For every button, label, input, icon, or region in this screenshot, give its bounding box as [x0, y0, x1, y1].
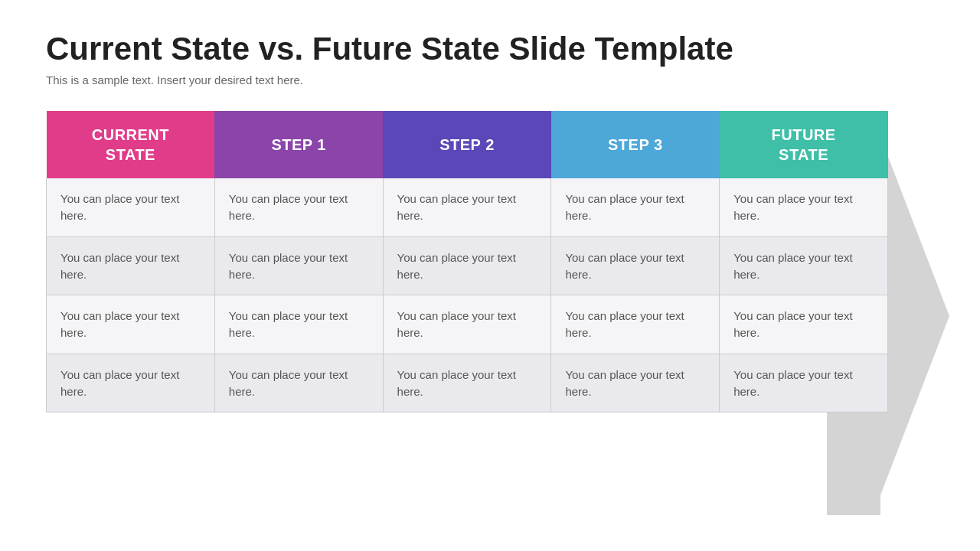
- table-cell-r2-c4: You can place your text here.: [720, 295, 888, 354]
- page-subtitle: This is a sample text. Insert your desir…: [46, 73, 934, 86]
- table-cell-r3-c0: You can place your text here.: [47, 354, 215, 412]
- table-header: CURRENTSTATESTEP 1STEP 2STEP 3FUTURESTAT…: [47, 111, 888, 178]
- table-row: You can place your text here.You can pla…: [47, 295, 888, 354]
- main-table: CURRENTSTATESTEP 1STEP 2STEP 3FUTURESTAT…: [46, 111, 888, 412]
- table-cell-r2-c2: You can place your text here.: [383, 295, 551, 354]
- table-cell-r1-c0: You can place your text here.: [47, 236, 215, 295]
- table-cell-r3-c4: You can place your text here.: [720, 354, 888, 412]
- page-title: Current State vs. Future State Slide Tem…: [46, 31, 934, 67]
- table-row: You can place your text here.You can pla…: [47, 236, 888, 295]
- column-header-step1: STEP 1: [214, 111, 383, 178]
- column-header-step3: STEP 3: [551, 111, 720, 178]
- table-cell-r3-c3: You can place your text here.: [551, 354, 720, 412]
- table-cell-r2-c0: You can place your text here.: [47, 295, 215, 354]
- table-wrapper: CURRENTSTATESTEP 1STEP 2STEP 3FUTURESTAT…: [46, 111, 934, 520]
- table-row: You can place your text here.You can pla…: [47, 178, 888, 236]
- table-cell-r2-c1: You can place your text here.: [214, 295, 383, 354]
- table-cell-r3-c2: You can place your text here.: [383, 354, 551, 412]
- table-cell-r0-c1: You can place your text here.: [214, 178, 383, 236]
- table-cell-r0-c4: You can place your text here.: [720, 178, 888, 236]
- table-cell-r0-c0: You can place your text here.: [47, 178, 215, 236]
- table-cell-r2-c3: You can place your text here.: [551, 295, 720, 354]
- table-cell-r1-c1: You can place your text here.: [214, 236, 383, 295]
- header-row: CURRENTSTATESTEP 1STEP 2STEP 3FUTURESTAT…: [47, 111, 888, 178]
- table-cell-r3-c1: You can place your text here.: [214, 354, 383, 412]
- table-cell-r1-c4: You can place your text here.: [720, 236, 888, 295]
- column-header-current: CURRENTSTATE: [47, 111, 215, 178]
- table-cell-r1-c2: You can place your text here.: [383, 236, 551, 295]
- column-header-future: FUTURESTATE: [720, 111, 888, 178]
- table-cell-r0-c2: You can place your text here.: [383, 178, 551, 236]
- table-row: You can place your text here.You can pla…: [47, 354, 888, 412]
- main-table-container: CURRENTSTATESTEP 1STEP 2STEP 3FUTURESTAT…: [46, 111, 888, 520]
- column-header-step2: STEP 2: [383, 111, 551, 178]
- table-cell-r0-c3: You can place your text here.: [551, 178, 720, 236]
- table-body: You can place your text here.You can pla…: [47, 178, 888, 412]
- table-cell-r1-c3: You can place your text here.: [551, 236, 720, 295]
